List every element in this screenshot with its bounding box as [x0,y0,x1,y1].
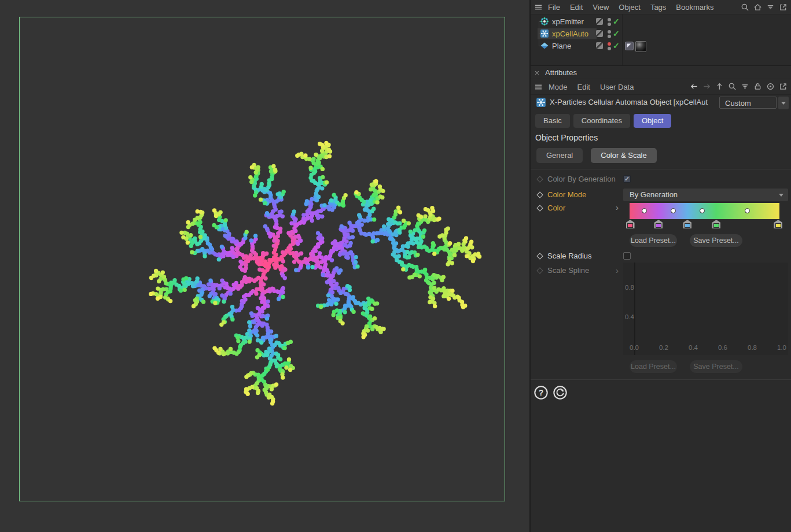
attributes-titlebar: Attributes [531,66,791,79]
gradient-midpoint-handle[interactable] [700,208,705,213]
object-manager-toolbar-icons [741,0,788,14]
chevron-right-icon[interactable]: › [616,202,619,212]
gradient-stop-handle[interactable] [654,220,663,228]
phong-tag-icon[interactable] [625,42,634,50]
export-icon[interactable] [779,82,788,91]
scale-spline-graph[interactable]: 0.80.4 0.00.20.40.60.81.0 [623,263,788,355]
object-manager-column-divider [622,14,623,65]
gradient-stop-handle[interactable] [712,220,720,228]
attributes-panel: Attributes ModeEditUser Data X-Particles… [531,65,791,532]
enabled-check-icon[interactable]: ✓ [613,40,620,52]
object-name[interactable]: Plane [552,40,571,52]
viewport-3d[interactable] [0,0,529,532]
hamburger-icon[interactable] [534,83,543,91]
color-mode-value: By Generation [630,189,678,201]
hamburger-icon[interactable] [534,3,543,12]
editor-visibility-dot[interactable] [608,42,611,46]
layer-chip[interactable] [596,18,603,25]
arrow-up-icon[interactable] [715,82,724,91]
menu-edit[interactable]: Edit [570,3,583,12]
editor-visibility-dot[interactable] [608,18,611,21]
menu-bookmarks[interactable]: Bookmarks [676,3,713,12]
row-color-by-generation: Color By Generation ✓ [531,175,791,184]
save-preset-button[interactable]: Save Preset... [690,234,742,247]
menu-view[interactable]: View [593,3,609,12]
color-mode-dropdown[interactable]: By Generation [623,189,788,201]
search-icon[interactable] [728,82,737,91]
footer-icons: ? [534,385,568,400]
menu-tags[interactable]: Tags [650,3,666,12]
object-row-xpemitter[interactable]: xpEmitter✓ [531,16,791,28]
object-manager-panel: FileEditViewObjectTagsBookmarks xpEmitte… [531,0,791,65]
cellauto-object-icon [536,97,546,108]
gradient-stop-color [713,223,719,228]
gradient-stop-handle[interactable] [774,220,782,228]
object-name[interactable]: xpCellAuto [552,28,588,40]
render-visibility-dot[interactable] [608,35,611,38]
object-row-plane[interactable]: Plane✓ [531,40,791,52]
gradient-midpoint-handle[interactable] [745,208,750,213]
save-preset-button-disabled: Save Preset... [690,360,742,373]
editor-visibility-dot[interactable] [608,30,611,34]
attributes-toolbar-icons [690,79,788,93]
attributes-menubar: ModeEditUser Data [531,79,791,95]
color-label: Color [547,204,565,212]
filter-icon[interactable] [766,3,775,12]
enabled-check-icon[interactable]: ✓ [613,16,620,28]
arrow-right-icon[interactable] [702,82,711,91]
spline-x-tick: 0.2 [655,344,672,351]
close-icon[interactable] [534,70,540,76]
subtab-general[interactable]: General [536,148,583,163]
gradient-midpoint-handle[interactable] [642,208,647,213]
filter-icon[interactable] [741,82,749,91]
color-mode-label: Color Mode [547,190,586,199]
material-thumbnail[interactable] [635,41,646,52]
object-manager-menu: FileEditViewObjectTagsBookmarks [548,3,723,12]
spline-x-tick: 0.8 [744,344,761,351]
gradient-stop-handle[interactable] [683,220,691,228]
panel-title: Attributes [545,68,577,77]
layer-chip[interactable] [596,42,603,49]
preset-dropdown[interactable]: Custom [719,97,777,109]
menu-user-data[interactable]: User Data [600,83,634,91]
spline-x-tick: 1.0 [773,344,790,351]
load-preset-button[interactable]: Load Preset... [630,234,677,247]
render-visibility-dot[interactable] [608,23,611,26]
object-header-title: X-Particles Cellular Automata Object [xp… [550,98,719,106]
color-gradient-bar[interactable] [630,203,779,219]
enabled-check-icon[interactable]: ✓ [613,28,620,40]
plane-icon [540,41,549,50]
lock-icon[interactable] [753,82,762,91]
color-by-generation-checkbox: ✓ [623,175,631,183]
menu-object[interactable]: Object [619,3,641,12]
menu-edit[interactable]: Edit [577,83,590,91]
help-icon[interactable]: ? [534,385,549,400]
object-name[interactable]: xpEmitter [552,16,584,28]
menu-file[interactable]: File [548,3,560,12]
arrow-left-icon[interactable] [690,82,698,91]
target-icon[interactable] [766,82,775,91]
render-visibility-dot[interactable] [608,47,611,50]
object-manager-menubar: FileEditViewObjectTagsBookmarks [531,0,791,14]
export-icon[interactable] [779,3,788,12]
emitter-icon [540,17,549,26]
reset-icon[interactable] [553,385,568,400]
gradient-stop-handle[interactable] [626,220,635,228]
tab-object[interactable]: Object [634,114,672,128]
application-window: { "window": {"width": 1367, "height": 92… [0,0,791,532]
object-row-xpcellauto[interactable]: xpCellAuto✓ [531,28,791,40]
tab-coordinates[interactable]: Coordinates [573,114,630,128]
subtab-color-scale[interactable]: Color & Scale [591,148,656,163]
layer-chip[interactable] [596,30,603,37]
gradient-midpoint-handle[interactable] [671,208,676,213]
render-safe-frame [19,17,505,501]
menu-mode[interactable]: Mode [549,83,568,91]
scale-radius-checkbox[interactable] [623,252,631,260]
tab-basic[interactable]: Basic [535,114,570,128]
preset-dropdown-arrow[interactable] [778,97,789,109]
row-color-gradient: Color › [531,203,791,238]
home-icon[interactable] [753,3,762,12]
search-icon[interactable] [741,3,749,12]
cellauto-icon [540,29,549,38]
chevron-right-icon[interactable]: › [616,265,619,275]
